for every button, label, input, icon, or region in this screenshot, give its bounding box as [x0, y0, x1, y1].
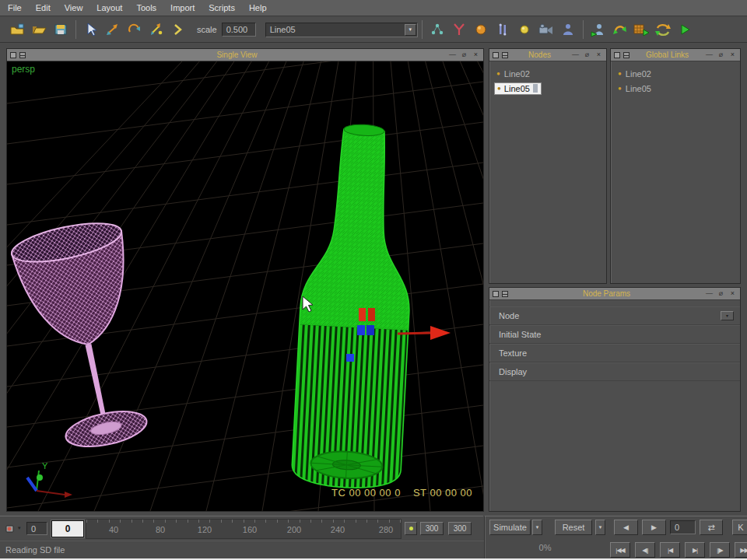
- simulation-loop-button[interactable]: [609, 19, 631, 40]
- menu-help[interactable]: Help: [249, 3, 267, 12]
- reset-button[interactable]: Reset: [555, 520, 592, 535]
- layout-grid-icon[interactable]: [623, 52, 630, 58]
- plot-button[interactable]: [631, 19, 653, 40]
- minimize-icon[interactable]: —: [705, 51, 714, 58]
- window-mode-icon[interactable]: [493, 291, 499, 297]
- keyframe-icon[interactable]: [5, 523, 17, 535]
- menu-file[interactable]: File: [8, 3, 22, 12]
- menu-scripts[interactable]: Scripts: [209, 3, 235, 12]
- hierarchy-button[interactable]: [448, 19, 470, 40]
- new-scene-button[interactable]: [6, 19, 28, 40]
- minimize-icon[interactable]: —: [448, 51, 457, 58]
- param-section-texture[interactable]: Texture: [489, 344, 740, 362]
- camera-button[interactable]: [535, 19, 557, 40]
- minimize-icon[interactable]: —: [705, 290, 714, 297]
- timeline-end-field[interactable]: 300: [420, 522, 444, 535]
- camera-label[interactable]: persp: [12, 64, 35, 75]
- window-mode-icon[interactable]: [493, 52, 499, 58]
- layout-grid-icon[interactable]: [502, 291, 508, 297]
- timeline-start-field[interactable]: 0: [26, 522, 47, 535]
- simulate-dropdown-icon[interactable]: ▼: [532, 520, 542, 535]
- reset-dropdown-icon[interactable]: ▼: [595, 520, 605, 535]
- viewport-3d-canvas[interactable]: Y persp TC 00 00 00 0 ST 00 00 00: [7, 61, 483, 511]
- node-params-titlebar[interactable]: Node Params — ⌀ ×: [489, 288, 740, 300]
- param-section-display[interactable]: Display: [489, 362, 740, 381]
- chevron-down-icon[interactable]: ▼: [405, 24, 416, 36]
- go-to-start-button[interactable]: |◀◀: [610, 542, 630, 558]
- maximize-icon[interactable]: ⌀: [717, 290, 725, 297]
- save-scene-button[interactable]: [50, 19, 72, 40]
- param-section-node[interactable]: Node ▾: [489, 306, 740, 325]
- rotate-tool-button[interactable]: [124, 19, 146, 40]
- wine-glass-model[interactable]: [9, 215, 164, 456]
- link-list-item[interactable]: ● Line02: [611, 66, 740, 81]
- select-tool-button[interactable]: [80, 19, 102, 40]
- viewport-titlebar[interactable]: Single View — ⌀ ×: [7, 49, 483, 61]
- close-icon[interactable]: ×: [472, 51, 480, 58]
- frame-ruler[interactable]: 40 80 120 160 200 240 280: [86, 519, 402, 539]
- menu-edit[interactable]: Edit: [36, 3, 51, 12]
- light-bulb-icon: [517, 23, 531, 37]
- menu-view[interactable]: View: [65, 3, 83, 12]
- next-frame-button[interactable]: ▶|: [685, 542, 705, 558]
- node-selector-value: Line05: [270, 25, 296, 34]
- node-list-item[interactable]: ● Line02: [489, 66, 606, 81]
- refresh-actor-button[interactable]: [587, 19, 609, 40]
- close-icon[interactable]: ×: [728, 51, 737, 58]
- step-forward-button[interactable]: ▶: [642, 520, 666, 535]
- light-button[interactable]: [514, 19, 535, 40]
- minimize-icon[interactable]: —: [571, 51, 580, 58]
- timeline-range-end-field[interactable]: 300: [448, 522, 472, 535]
- param-section-initial-state[interactable]: Initial State: [489, 325, 740, 344]
- step-back-button[interactable]: ◀: [614, 520, 638, 535]
- move-tool-button[interactable]: [102, 19, 124, 40]
- actor-button[interactable]: [557, 19, 579, 40]
- scale-label: scale: [197, 25, 217, 34]
- tag-tool-button[interactable]: [167, 19, 189, 40]
- convert-button[interactable]: [653, 19, 675, 40]
- play-backward-button[interactable]: ◀||: [635, 542, 655, 558]
- menu-tools[interactable]: Tools: [136, 3, 156, 12]
- layout-grid-icon[interactable]: [502, 52, 508, 58]
- go-to-end-button[interactable]: ▶▶|: [735, 542, 747, 558]
- scale-tool-button[interactable]: [146, 19, 167, 40]
- transport-frame-field[interactable]: 0: [670, 520, 696, 534]
- node-selector-dropdown[interactable]: Line05 ▼: [265, 23, 418, 37]
- ruler-tick-280: 280: [374, 525, 398, 534]
- scale-value-field[interactable]: 0.500: [222, 23, 256, 37]
- global-links-title: Global Links: [633, 51, 702, 59]
- nodes-titlebar[interactable]: Nodes — ⌀ ×: [489, 49, 606, 61]
- layout-grid-icon[interactable]: [19, 52, 26, 58]
- window-mode-icon[interactable]: [10, 52, 16, 58]
- loop-toggle-button[interactable]: ⇄: [700, 520, 723, 535]
- schematic-view-button[interactable]: [426, 19, 448, 40]
- node-tree-icon: [430, 23, 444, 37]
- play-button-toolbar[interactable]: [675, 19, 696, 40]
- simulate-button[interactable]: Simulate: [489, 520, 531, 535]
- axis-tripod: Y: [27, 461, 72, 498]
- key-menu-arrow-icon[interactable]: ▾: [18, 525, 21, 531]
- play-icon: [680, 24, 691, 35]
- menu-layout[interactable]: Layout: [96, 3, 122, 12]
- maximize-icon[interactable]: ⌀: [460, 51, 468, 58]
- previous-frame-button[interactable]: |◀: [660, 542, 680, 558]
- global-links-titlebar[interactable]: Global Links — ⌀ ×: [611, 49, 740, 61]
- constraint-button[interactable]: [492, 19, 514, 40]
- close-icon[interactable]: ×: [594, 51, 603, 58]
- window-mode-icon[interactable]: [614, 52, 620, 58]
- range-marker-button[interactable]: [405, 522, 417, 535]
- playhead-current-frame[interactable]: 0: [51, 520, 84, 537]
- bottle-model[interactable]: [291, 122, 419, 491]
- menu-import[interactable]: Import: [170, 3, 195, 12]
- node-list-item-editing[interactable]: ● Line05: [489, 81, 606, 96]
- link-list-item[interactable]: ● Line05: [611, 81, 740, 96]
- node-rename-field[interactable]: ● Line05: [494, 82, 542, 95]
- maximize-icon[interactable]: ⌀: [583, 51, 591, 58]
- close-icon[interactable]: ×: [728, 290, 737, 297]
- open-scene-button[interactable]: [28, 19, 50, 40]
- primitive-sphere-button[interactable]: [470, 19, 492, 40]
- play-forward-button[interactable]: ||▶: [710, 542, 730, 558]
- key-button[interactable]: K: [732, 520, 747, 535]
- collapse-arrow-icon[interactable]: ▾: [721, 311, 734, 320]
- maximize-icon[interactable]: ⌀: [717, 51, 725, 58]
